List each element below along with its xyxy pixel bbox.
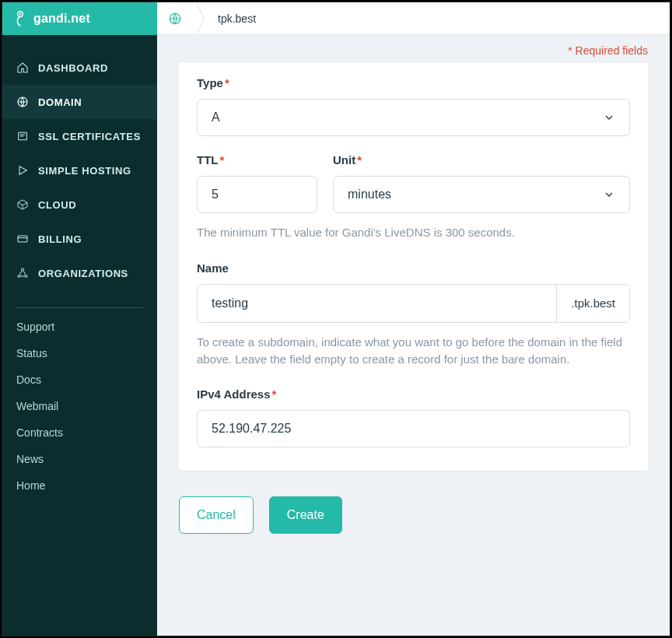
label-text: IPv4 Address — [197, 387, 271, 401]
ipv4-input-wrap — [197, 410, 630, 447]
label-type: Type* — [197, 76, 630, 89]
label-text: Unit — [333, 153, 355, 167]
sidebar-item-label: ORGANIZATIONS — [38, 268, 128, 279]
form-card: Type* A TTL* Unit* — [177, 61, 649, 471]
sidebar-item-label: DASHBOARD — [38, 62, 108, 74]
brand-name: gandi.net — [33, 12, 90, 26]
field-ttl: TTL* — [197, 153, 317, 213]
svg-point-7 — [25, 275, 27, 278]
sidebar-item-organizations[interactable]: ORGANIZATIONS — [2, 256, 157, 290]
chevron-down-icon — [603, 111, 615, 124]
breadcrumb-root[interactable] — [157, 2, 196, 35]
name-input-group: .tpk.best — [197, 284, 630, 323]
sidebar-item-label: SIMPLE HOSTING — [38, 165, 131, 177]
sidebar: gandi.net DASHBOARD DOMAIN SSL CERTIFICA… — [2, 2, 157, 636]
brand-bar[interactable]: gandi.net — [2, 2, 157, 35]
breadcrumb-domain[interactable]: tpk.best — [218, 12, 256, 25]
svg-rect-4 — [18, 236, 27, 242]
sublink-status[interactable]: Status — [16, 347, 143, 359]
topbar: tpk.best — [157, 2, 670, 35]
network-icon — [16, 267, 29, 279]
ipv4-input[interactable] — [212, 422, 615, 436]
sublink-news[interactable]: News — [16, 453, 143, 465]
cube-icon — [16, 198, 29, 211]
card-icon — [16, 233, 29, 245]
sidebar-item-hosting[interactable]: SIMPLE HOSTING — [2, 153, 157, 188]
primary-nav: DASHBOARD DOMAIN SSL CERTIFICATES SIMPLE… — [2, 35, 157, 290]
chevron-down-icon — [603, 188, 615, 201]
sidebar-item-label: CLOUD — [38, 199, 76, 211]
sidebar-item-label: SSL CERTIFICATES — [38, 131, 141, 142]
name-input[interactable] — [212, 296, 542, 310]
home-icon — [16, 61, 29, 74]
sublink-home[interactable]: Home — [16, 479, 143, 492]
unit-select-value: minutes — [348, 188, 391, 202]
sublink-docs[interactable]: Docs — [16, 373, 143, 386]
required-asterisk: * — [220, 153, 225, 167]
ttl-help: The minimum TTL value for Gandi's LiveDN… — [197, 224, 630, 241]
sublink-webmail[interactable]: Webmail — [16, 400, 143, 412]
sidebar-item-domain[interactable]: DOMAIN — [2, 85, 157, 119]
ttl-input-wrap — [197, 176, 317, 213]
sidebar-item-label: DOMAIN — [38, 96, 82, 108]
svg-point-5 — [22, 268, 24, 271]
actions: Cancel Create — [179, 496, 648, 534]
label-ipv4: IPv4 Address* — [197, 387, 630, 401]
required-asterisk: * — [225, 76, 229, 89]
label-name: Name — [197, 261, 630, 275]
ttl-input[interactable] — [212, 188, 303, 202]
name-suffix: .tpk.best — [556, 285, 629, 322]
sublink-support[interactable]: Support — [16, 321, 143, 333]
name-help: To create a subdomain, indicate what you… — [197, 334, 630, 368]
svg-point-6 — [18, 275, 20, 278]
name-input-wrap — [198, 285, 556, 322]
sidebar-sublinks: Support Status Docs Webmail Contracts Ne… — [2, 316, 157, 496]
label-text: Type — [197, 76, 223, 89]
sidebar-item-cloud[interactable]: CLOUD — [2, 188, 157, 222]
field-name: Name .tpk.best — [197, 261, 630, 323]
globe-icon — [168, 12, 182, 26]
type-select-value: A — [212, 110, 220, 124]
main: tpk.best * Required fields Type* A TTL* — [157, 2, 670, 636]
unit-select[interactable]: minutes — [333, 176, 630, 213]
create-button[interactable]: Create — [269, 496, 342, 534]
field-unit: Unit* minutes — [333, 153, 630, 213]
label-ttl: TTL* — [197, 153, 317, 167]
required-asterisk: * — [357, 153, 362, 167]
sidebar-item-ssl[interactable]: SSL CERTIFICATES — [2, 119, 157, 153]
sidebar-item-label: BILLING — [38, 233, 82, 245]
cancel-button[interactable]: Cancel — [179, 496, 254, 534]
sidebar-separator — [16, 307, 143, 308]
certificate-icon — [16, 130, 29, 142]
label-unit: Unit* — [333, 153, 630, 167]
play-icon — [16, 164, 29, 177]
svg-point-1 — [19, 13, 21, 15]
required-note: * Required fields — [177, 44, 648, 57]
globe-icon — [16, 96, 29, 108]
brand-logo-icon — [13, 10, 27, 27]
sidebar-item-billing[interactable]: BILLING — [2, 222, 157, 256]
required-asterisk: * — [272, 387, 277, 401]
sidebar-item-dashboard[interactable]: DASHBOARD — [2, 51, 157, 85]
content: * Required fields Type* A TTL* — [157, 35, 670, 554]
type-select[interactable]: A — [197, 99, 630, 136]
label-text: TTL — [197, 153, 219, 167]
sublink-contracts[interactable]: Contracts — [16, 426, 143, 439]
field-type: Type* A — [197, 76, 630, 136]
field-ipv4: IPv4 Address* — [197, 387, 630, 447]
